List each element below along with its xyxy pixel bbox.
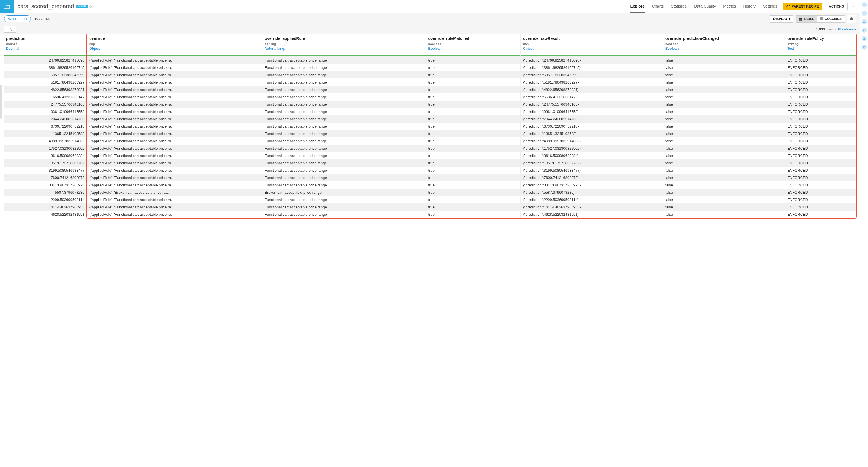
table-row[interactable]: 17527.031300822902{"appliedRule":"Functi… (4, 145, 856, 152)
cell-override_rawResult[interactable]: {"prediction":14414.462637966953} (521, 203, 663, 211)
cell-override_ruleMatched[interactable]: true (426, 123, 521, 130)
cell-override_appliedRule[interactable]: Functional car: acceptable price range (262, 211, 426, 218)
cell-override[interactable]: {"appliedRule":"Functional car: acceptab… (87, 166, 262, 174)
cell-override_rawResult[interactable]: {"prediction":3861.9829526166745} (521, 64, 663, 71)
cell-override_rulePolicy[interactable]: ENFORCED (785, 71, 856, 79)
cell-override_rulePolicy[interactable]: ENFORCED (785, 86, 856, 93)
table-row[interactable]: 5181.786438266927{"appliedRule":"Functio… (4, 79, 856, 86)
cell-override_rawResult[interactable]: {"prediction":9361.010966417558} (521, 108, 663, 115)
cell-override_rawResult[interactable]: {"prediction":7044.242002514736} (521, 115, 663, 123)
cell-override_appliedRule[interactable]: Functional car: acceptable price range (262, 196, 426, 203)
cell-override_ruleMatched[interactable]: true (426, 64, 521, 71)
cell-override_rawResult[interactable]: {"prediction":3199.5080546933477} (521, 166, 663, 174)
cell-override_predictionChanged[interactable]: false (663, 159, 785, 166)
cell-prediction[interactable]: 5181.786438266927 (4, 79, 87, 86)
cell-override_appliedRule[interactable]: Functional car: acceptable price range (262, 71, 426, 79)
cell-override_rulePolicy[interactable]: ENFORCED (785, 115, 856, 123)
filter-cols-link[interactable]: 18 columns (837, 27, 856, 31)
cell-override_predictionChanged[interactable]: false (663, 196, 785, 203)
cell-override_predictionChanged[interactable]: false (663, 166, 785, 174)
cell-override_appliedRule[interactable]: Functional car: acceptable price range (262, 203, 426, 211)
cell-override_rulePolicy[interactable]: ENFORCED (785, 100, 856, 108)
cell-override_appliedRule[interactable]: Functional car: acceptable price range (262, 79, 426, 86)
cell-override_rawResult[interactable]: {"prediction":24766.825827415098} (521, 57, 663, 64)
cell-override_ruleMatched[interactable]: true (426, 71, 521, 79)
table-row[interactable]: 14414.462637966953{"appliedRule":"Functi… (4, 203, 856, 211)
cell-override_rulePolicy[interactable]: ENFORCED (785, 57, 856, 64)
cell-override_ruleMatched[interactable]: true (426, 93, 521, 100)
whole-data-pill[interactable]: Whole data (4, 15, 31, 22)
cell-override_rawResult[interactable]: {"prediction":2299.503699503114} (521, 196, 663, 203)
cell-override_predictionChanged[interactable]: false (663, 137, 785, 145)
column-meaning[interactable]: Natural lang. (265, 46, 423, 51)
cell-override_predictionChanged[interactable]: false (663, 145, 785, 152)
column-meaning[interactable]: Boolean (428, 46, 519, 51)
cell-prediction[interactable]: 24766.825827415098 (4, 57, 87, 64)
cell-override_appliedRule[interactable]: Functional car: acceptable price range (262, 166, 426, 174)
table-row[interactable]: 7600.741216802972{"appliedRule":"Functio… (4, 174, 856, 181)
cell-override_appliedRule[interactable]: Functional car: acceptable price range (262, 100, 426, 108)
cell-override_rawResult[interactable]: {"prediction":17527.031300822902} (521, 145, 663, 152)
cell-override_predictionChanged[interactable]: false (663, 189, 785, 196)
cell-override[interactable]: {"appliedRule":"Broken car: acceptable p… (87, 189, 262, 196)
cell-prediction[interactable]: 3616.500989629284 (4, 152, 87, 159)
cell-override_rulePolicy[interactable]: ENFORCED (785, 130, 856, 137)
cell-prediction[interactable]: 4822.656398872921 (4, 86, 87, 93)
cell-override_appliedRule[interactable]: Functional car: acceptable price range (262, 123, 426, 130)
table-row[interactable]: 5587.3796073235{"appliedRule":"Broken ca… (4, 189, 856, 196)
cell-override_predictionChanged[interactable]: false (663, 79, 785, 86)
cell-prediction[interactable]: 9361.010966417558 (4, 108, 87, 115)
cell-override_predictionChanged[interactable]: false (663, 64, 785, 71)
table-row[interactable]: 33413.967317265975{"appliedRule":"Functi… (4, 181, 856, 189)
column-header-override[interactable]: overridemapObject (87, 34, 262, 55)
column-header-override_predictionChanged[interactable]: override_predictionChangedbooleanBoolean (663, 34, 785, 55)
cell-override_ruleMatched[interactable]: true (426, 189, 521, 196)
cell-override_rawResult[interactable]: {"prediction":33413.967317265975} (521, 181, 663, 189)
cell-override_rawResult[interactable]: {"prediction":5181.786438266927} (521, 79, 663, 86)
cell-override_appliedRule[interactable]: Functional car: acceptable price range (262, 108, 426, 115)
cell-override_predictionChanged[interactable]: false (663, 57, 785, 64)
cell-override_predictionChanged[interactable]: false (663, 123, 785, 130)
cell-override_appliedRule[interactable]: Functional car: acceptable price range (262, 181, 426, 189)
cell-override_ruleMatched[interactable]: true (426, 57, 521, 64)
tab-charts[interactable]: Charts (652, 0, 663, 13)
cell-override_ruleMatched[interactable]: true (426, 159, 521, 166)
cell-override_predictionChanged[interactable]: false (663, 152, 785, 159)
cell-override_ruleMatched[interactable]: true (426, 174, 521, 181)
cell-override[interactable]: {"appliedRule":"Functional car: acceptab… (87, 152, 262, 159)
cell-override_rawResult[interactable]: {"prediction":6536.41231633147} (521, 93, 663, 100)
column-meaning[interactable]: Decimal (6, 46, 85, 51)
cell-prediction[interactable]: 13519.172718307762 (4, 159, 87, 166)
back-arrow-icon[interactable]: ← (851, 3, 857, 9)
table-row[interactable]: 3199.5080546933477{"appliedRule":"Functi… (4, 166, 856, 174)
cell-override[interactable]: {"appliedRule":"Functional car: acceptab… (87, 64, 262, 71)
tab-history[interactable]: History (743, 0, 755, 13)
table-row[interactable]: 24766.825827415098{"appliedRule":"Functi… (4, 57, 856, 64)
cell-override[interactable]: {"appliedRule":"Functional car: acceptab… (87, 71, 262, 79)
cell-override_ruleMatched[interactable]: true (426, 130, 521, 137)
cell-prediction[interactable]: 5957.182383547299 (4, 71, 87, 79)
column-meaning[interactable]: Boolean (665, 46, 782, 51)
cell-override_rawResult[interactable]: {"prediction":5957.182383547299} (521, 71, 663, 79)
column-meaning[interactable]: Object (89, 46, 260, 51)
table-row[interactable]: 4089.9957832914865{"appliedRule":"Functi… (4, 137, 856, 145)
cell-override_rulePolicy[interactable]: ENFORCED (785, 174, 856, 181)
cell-override_appliedRule[interactable]: Functional car: acceptable price range (262, 86, 426, 93)
tab-settings[interactable]: Settings (763, 0, 777, 13)
cell-prediction[interactable]: 4089.9957832914865 (4, 137, 87, 145)
list-rail-icon[interactable]: ≡ (862, 19, 867, 24)
cell-prediction[interactable]: 7600.741216802972 (4, 174, 87, 181)
cell-override[interactable]: {"appliedRule":"Functional car: acceptab… (87, 86, 262, 93)
cell-prediction[interactable]: 17527.031300822902 (4, 145, 87, 152)
cell-prediction[interactable]: 5587.3796073235 (4, 189, 87, 196)
cell-override_predictionChanged[interactable]: false (663, 93, 785, 100)
cell-override_rawResult[interactable]: {"prediction":13651.3245103588} (521, 130, 663, 137)
cell-override[interactable]: {"appliedRule":"Functional car: acceptab… (87, 123, 262, 130)
cell-override[interactable]: {"appliedRule":"Functional car: acceptab… (87, 115, 262, 123)
cell-prediction[interactable]: 6536.41231633147 (4, 93, 87, 100)
cell-override_appliedRule[interactable]: Functional car: acceptable price range (262, 57, 426, 64)
cell-override_appliedRule[interactable]: Functional car: acceptable price range (262, 137, 426, 145)
columns-view-button[interactable]: ☰ COLUMNS (817, 15, 844, 22)
cell-override_ruleMatched[interactable]: true (426, 145, 521, 152)
tab-metrics[interactable]: Metrics (723, 0, 736, 13)
